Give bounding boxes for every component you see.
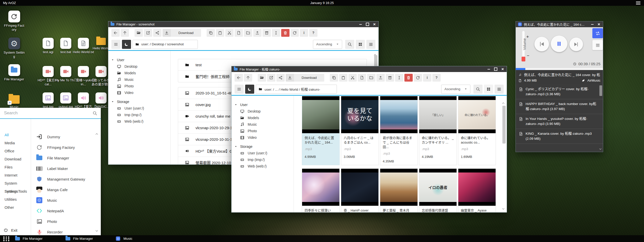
up-button[interactable]: [121, 29, 129, 37]
category-download[interactable]: Download: [0, 155, 31, 163]
menu-app-recorder[interactable]: Recorder: [31, 227, 101, 235]
music-file-card[interactable]: 命に嫌われている。命に嫌われている。acoustic co....mp31.69…: [458, 96, 496, 165]
sidebar-item-user-user-[interactable]: User (user:/): [108, 105, 170, 112]
close-button[interactable]: ×: [373, 22, 376, 26]
open-button[interactable]: [258, 74, 266, 82]
sidebar-item-music[interactable]: Music: [108, 76, 170, 83]
playlist-scrollbar-thumb[interactable]: [599, 85, 602, 96]
grid-view-button[interactable]: [484, 85, 493, 94]
close-button[interactable]: ×: [598, 22, 600, 26]
new-folder-button[interactable]: [367, 74, 375, 82]
minimize-button[interactable]: [591, 24, 594, 25]
help-button[interactable]: ?: [432, 74, 441, 82]
sidebar-item-web-web-[interactable]: Web (web:/): [108, 118, 170, 125]
search-icon[interactable]: [92, 111, 97, 116]
scroll-down-icon[interactable]: [501, 207, 505, 211]
open-button[interactable]: [135, 29, 143, 37]
search-input[interactable]: [4, 110, 90, 116]
refresh-button[interactable]: [414, 74, 422, 82]
menu-app-notepada[interactable]: NotepadA: [31, 205, 101, 216]
back-button[interactable]: [111, 29, 120, 37]
close-button[interactable]: ×: [501, 67, 504, 71]
properties-button[interactable]: i: [423, 74, 431, 82]
delete-button[interactable]: [404, 74, 413, 82]
music-file-card[interactable]: 夢と葉桜 _ 青木月.mp3: [380, 168, 418, 212]
playlist-item[interactable]: In Your Hands _ yusukeP cover. by 柘榴-zak…: [516, 114, 603, 129]
sidebar-item-photo[interactable]: Photo: [232, 128, 294, 134]
open-in-new-button[interactable]: [144, 29, 152, 37]
menu-app-management-gateway[interactable]: Management Gateway: [31, 174, 101, 184]
list-view-button[interactable]: [495, 85, 504, 94]
music-file-card[interactable]: イロの愚者忘却感傷代償連盟.mp3: [419, 168, 457, 212]
music-title-bar[interactable]: 例えば、今此処に置かれた花に _ 164 c… ×: [516, 21, 603, 27]
sidebar-item-video[interactable]: Video: [108, 89, 170, 96]
search-button[interactable]: [473, 85, 482, 94]
share-button[interactable]: [153, 29, 162, 37]
category-media[interactable]: Media: [0, 139, 31, 147]
next-track-button[interactable]: [569, 38, 583, 51]
minimize-button[interactable]: [359, 24, 362, 25]
sidebar-section-user[interactable]: User: [108, 56, 170, 63]
music-file-card[interactable]: 「寂しい」命に嫌われている。 _ カンザキイオリ ....mp34.19MB: [419, 96, 457, 165]
music-file-card[interactable]: 壺 _ HamP cover.mp3: [341, 168, 379, 212]
menu-app-manga-cafe[interactable]: Manga Cafe: [31, 184, 101, 195]
cut-button[interactable]: [348, 74, 357, 82]
delete-button[interactable]: [281, 29, 289, 37]
topbar-menu-icon[interactable]: [636, 2, 640, 5]
fm1-title-bar[interactable]: File Manager - screenshot ×: [108, 21, 378, 27]
category-files[interactable]: Files: [0, 163, 31, 171]
scrollbar-thumb[interactable]: [502, 106, 506, 144]
category-other[interactable]: Other: [0, 203, 31, 212]
search-button[interactable]: [345, 40, 354, 49]
volume-slider-thumb[interactable]: [522, 57, 525, 61]
path-bar[interactable]: user: / ... / Hello World / 柘榴-zakuro-: [256, 85, 337, 94]
music-file-card[interactable]: 幽霊東京 _ Ayase.mp3: [458, 168, 496, 212]
dark-mode-button[interactable]: [245, 85, 254, 94]
previous-track-button[interactable]: [534, 37, 549, 51]
category-internet[interactable]: Internet: [0, 171, 31, 179]
app-launcher-icon[interactable]: [3, 236, 10, 241]
seek-bar[interactable]: [516, 68, 603, 70]
fm2-title-bar[interactable]: File Manager - 柘榴-zakuro- ×: [232, 66, 507, 72]
minimize-button[interactable]: [488, 69, 490, 70]
sidebar-item-web-web-[interactable]: Web (web:/): [232, 163, 294, 169]
menu-app-photo[interactable]: Photo: [31, 216, 101, 227]
copy-button[interactable]: [330, 74, 338, 82]
taskbar-item-file-manager[interactable]: File Manager: [66, 235, 93, 242]
category-system-tools[interactable]: System Tools: [0, 187, 31, 195]
apps-scroll-up-icon[interactable]: [95, 132, 99, 136]
sidebar-section-user[interactable]: User: [232, 101, 294, 108]
menu-app-file-manager[interactable]: File Manager: [31, 153, 101, 163]
desktop-app-system-setting[interactable]: ⚙System Setting: [3, 38, 26, 59]
music-file-card[interactable]: 例えば、今此処に置かれた花に _ 164....mp34.99MB: [302, 96, 340, 165]
sidebar-section-storage[interactable]: Storage: [232, 143, 294, 150]
music-file-card[interactable]: 四季折々に揺蕩い.mp3: [302, 168, 340, 212]
sidebar-item-tmp-tmp-[interactable]: tmp (tmp:/): [108, 112, 170, 118]
taskbar-item-file-manager[interactable]: File Manager: [15, 235, 43, 242]
sidebar-toggle-button[interactable]: [111, 40, 120, 49]
sidebar-toggle-button[interactable]: [235, 85, 244, 94]
queue-button[interactable]: [592, 40, 603, 50]
path-bar[interactable]: user: / Desktop / screenshot: [133, 40, 198, 49]
download-button[interactable]: Download: [286, 74, 324, 82]
archive-button[interactable]: [263, 29, 271, 37]
playlist-item[interactable]: Cynic _ ポリスピカデリー cover. by 柘榴-zakuro-.mp…: [516, 84, 603, 99]
menu-app-label-maker[interactable]: Label Maker: [31, 163, 101, 174]
desktop-app-music[interactable]: ↗Music: [3, 93, 26, 109]
rename-button[interactable]: [395, 74, 403, 82]
scroll-up-icon[interactable]: [501, 101, 505, 105]
upload-button[interactable]: [376, 74, 385, 82]
share-button[interactable]: [276, 74, 285, 82]
dark-mode-button[interactable]: [122, 40, 131, 49]
paste-button[interactable]: [339, 74, 347, 82]
new-file-button[interactable]: [235, 29, 243, 37]
new-file-button[interactable]: [358, 74, 366, 82]
archive-button[interactable]: [386, 74, 394, 82]
music-file-card[interactable]: 夏を見て いるかな八月のレイニー _ はるまきごはん co....mp33.06…: [341, 96, 379, 165]
playlist-scroll-down-icon[interactable]: [599, 147, 602, 151]
category-all[interactable]: All: [0, 131, 31, 139]
maximize-button[interactable]: [494, 67, 497, 71]
sort-dropdown[interactable]: Ascending: [313, 40, 342, 49]
list-view-button[interactable]: [366, 40, 375, 49]
upload-button[interactable]: [253, 29, 262, 37]
